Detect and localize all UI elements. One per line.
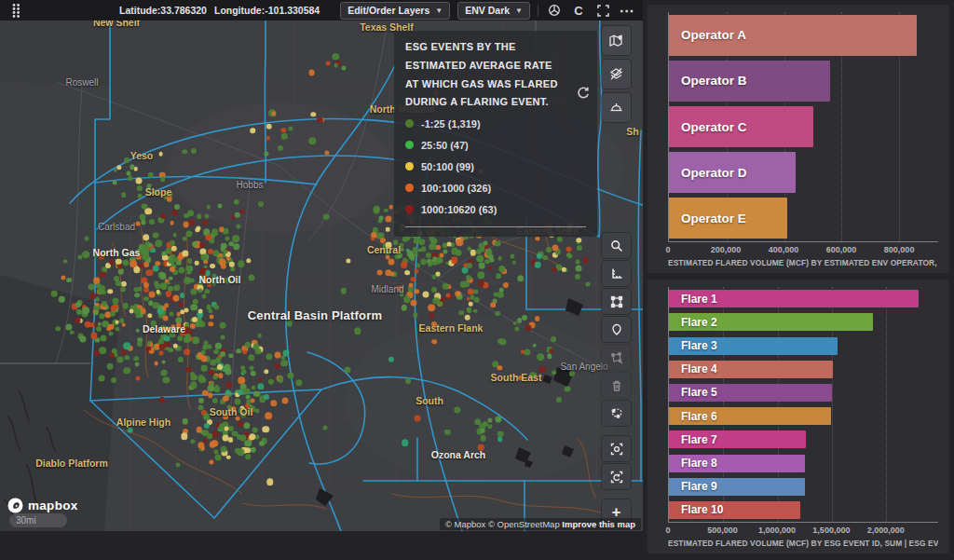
map-label-carlsbad: Carlsbad <box>98 222 135 232</box>
bar-flare-4[interactable]: Flare 4 <box>669 361 833 378</box>
map-label-diablo-platform: Diablo Platform <box>35 458 108 469</box>
legend-item[interactable]: 50:100 (99) <box>405 157 586 176</box>
bar-operator-c[interactable]: Operator C <box>669 106 813 147</box>
bar-flare-9[interactable]: Flare 9 <box>669 478 805 496</box>
fullscreen-icon[interactable] <box>594 2 611 19</box>
bar-row: Flare 9 <box>669 475 938 499</box>
bar-label: Flare 9 <box>681 480 717 493</box>
bar-flare-5[interactable]: Flare 5 <box>669 384 832 402</box>
map-canvas[interactable]: New ShelfTexas ShelfRoswellYesoSlopeHobb… <box>0 0 643 531</box>
bar-label: Flare 5 <box>681 386 717 399</box>
bar-operator-b[interactable]: Operator B <box>669 61 830 102</box>
edit-order-layers-dropdown[interactable]: Edit/Order Layers▼ <box>340 2 450 20</box>
bar-row: Flare 2 <box>669 310 938 334</box>
apps-grid-icon[interactable] <box>7 2 24 19</box>
legend-item-label: 1000:10620 (63) <box>421 204 497 215</box>
bar-operator-d[interactable]: Operator D <box>669 152 796 193</box>
map-label-yeso: Yeso <box>130 150 154 161</box>
legend-item[interactable]: 1000:10620 (63) <box>405 199 586 219</box>
more-icon[interactable]: ⋯ <box>619 2 635 19</box>
map-pin-icon[interactable] <box>602 26 631 55</box>
edit-polygon-icon[interactable] <box>602 345 631 370</box>
legend-item[interactable]: 25:50 (47) <box>405 135 586 155</box>
bar-label: Flare 8 <box>681 457 717 470</box>
x-tick-label: 2,000,000 <box>867 526 905 535</box>
bar-row: Flare 8 <box>669 451 938 474</box>
basemap-style-dropdown[interactable]: ENV Dark▼ <box>457 2 530 20</box>
legend-color-dot <box>405 205 414 213</box>
bar-flare-7[interactable]: Flare 7 <box>669 430 806 448</box>
search-icon[interactable] <box>602 233 631 258</box>
refresh-icon[interactable]: C <box>570 2 587 19</box>
mapbox-logo[interactable]: mapbox <box>7 498 78 513</box>
x-tick-label: 400,000 <box>769 245 799 254</box>
improve-map-link[interactable]: Improve this map <box>562 519 635 529</box>
bar-label: Flare 10 <box>681 503 723 516</box>
drop-pin-icon[interactable] <box>602 317 631 342</box>
map-label-san-angelo: San Angelo <box>560 362 607 372</box>
map-label-hobbs: Hobbs <box>237 180 264 190</box>
x-axis-ticks: 0500,0001,000,0001,500,0002,000,000 <box>668 526 938 537</box>
bar-flare-8[interactable]: Flare 8 <box>669 455 805 472</box>
bar-row: Flare 10 <box>669 499 938 522</box>
globe-icon[interactable] <box>546 2 563 19</box>
bar-row: Operator B <box>669 58 938 103</box>
x-tick-label: 1,500,000 <box>812 526 850 535</box>
bar-flare-6[interactable]: Flare 6 <box>669 407 831 425</box>
bar-row: Operator C <box>669 103 938 149</box>
legend-title: ESG EVENTS BY THE ESTIMATED AVERAGE RATE… <box>405 38 586 112</box>
chevron-down-icon: ▼ <box>515 7 523 15</box>
bar-row: Flare 6 <box>669 404 938 428</box>
bar-flare-2[interactable]: Flare 2 <box>669 313 873 331</box>
legend-color-dot <box>405 141 414 149</box>
legend-item[interactable]: 100:1000 (326) <box>405 178 586 198</box>
bar-label: Flare 3 <box>681 339 717 352</box>
latitude-readout: Latitude:33.786320 <box>119 5 207 16</box>
legend-color-dot <box>405 162 414 171</box>
chart-card-flares: Flare 1Flare 2Flare 3Flare 4Flare 5Flare… <box>647 280 949 553</box>
bar-label: Flare 7 <box>681 433 717 446</box>
map-label-south-east: South East <box>491 372 542 383</box>
hard-hat-icon[interactable] <box>602 93 631 122</box>
legend-item-label: 100:1000 (326) <box>421 183 491 194</box>
refresh-icon[interactable] <box>577 87 590 103</box>
ruler-icon[interactable] <box>602 261 631 286</box>
layers-off-icon[interactable] <box>602 60 631 89</box>
map-label-alpine-high: Alpine High <box>116 417 170 428</box>
esg-flaring-dashboard: New ShelfTexas ShelfRoswellYesoSlopeHobb… <box>0 0 954 560</box>
bar-flare-3[interactable]: Flare 3 <box>669 337 838 355</box>
bar-flare-10[interactable]: Flare 10 <box>669 501 800 519</box>
legend-color-dot <box>405 119 414 128</box>
bar-flare-1[interactable]: Flare 1 <box>669 290 919 307</box>
bar-row: Operator D <box>669 150 938 196</box>
bar-label: Operator E <box>681 212 746 225</box>
legend-item-label: 50:100 (99) <box>421 161 474 172</box>
bar-row: Flare 7 <box>669 428 938 451</box>
x-axis-title: ESTIMATED FLARED VOLUME (MCF) BY ESTIMAT… <box>668 258 938 267</box>
map-top-bar: Latitude:33.786320 Longitude:-101.330584… <box>0 0 643 20</box>
legend-item-label: 25:50 (47) <box>421 140 469 151</box>
map-label-south-oil: South Oil <box>210 406 253 417</box>
x-axis-title: ESTIMATED FLARED VOLUME (MCF) BY ESG EVE… <box>668 539 938 548</box>
chevron-down-icon: ▼ <box>435 7 443 15</box>
map-label-ozona-arch: Ozona Arch <box>431 449 486 460</box>
draw-polygon-icon[interactable] <box>602 289 631 314</box>
map-attribution[interactable]: © Mapbox © OpenStreetMap Improve this ma… <box>440 518 641 530</box>
operators-bar-chart: Operator AOperator BOperator COperator D… <box>668 12 938 242</box>
lasso-icon[interactable] <box>602 401 631 426</box>
x-tick-label: 1,000,000 <box>758 526 796 535</box>
bar-label: Operator C <box>681 120 747 134</box>
focus-refresh-icon[interactable] <box>602 464 631 489</box>
map-label-midland: Midland <box>371 284 403 294</box>
bar-operator-a[interactable]: Operator A <box>669 15 917 56</box>
x-tick-label: 200,000 <box>711 245 742 254</box>
toolbar-divider <box>538 5 538 17</box>
bar-operator-e[interactable]: Operator E <box>669 198 787 239</box>
bar-label: Flare 6 <box>681 410 717 423</box>
focus-target-icon[interactable] <box>602 436 631 461</box>
bar-row: Flare 3 <box>669 334 938 357</box>
legend-item[interactable]: -1:25 (1,319) <box>405 114 586 133</box>
bar-label: Flare 1 <box>681 293 717 306</box>
map-label-delaware: Delaware <box>143 323 185 335</box>
trash-icon[interactable] <box>602 373 631 398</box>
